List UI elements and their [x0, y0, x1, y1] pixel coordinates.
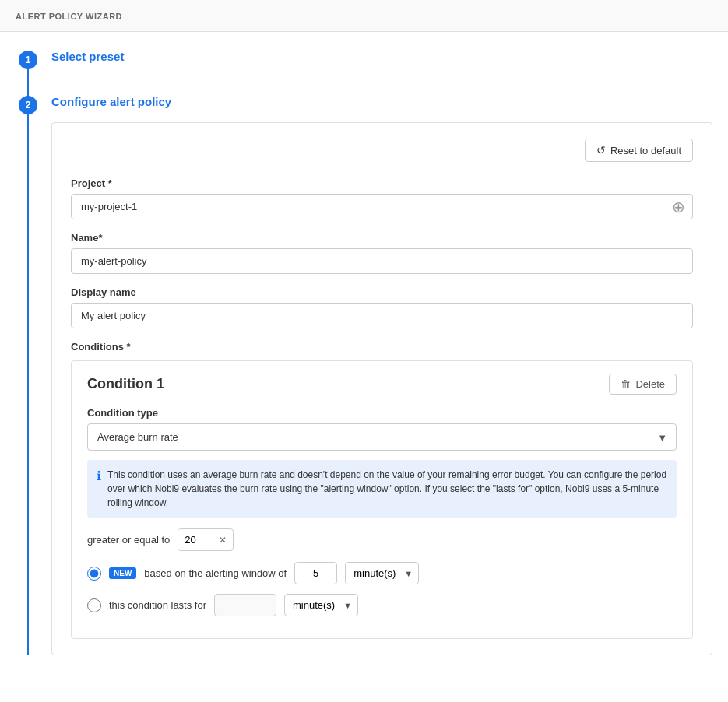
condition-1-header: Condition 1 🗑 Delete — [87, 374, 677, 395]
project-field-group: Project * ⊕ — [71, 177, 693, 219]
condition-type-group: Condition type Average burn rate Budget … — [87, 407, 677, 451]
step-2-circle: 2 — [19, 96, 37, 114]
project-label: Project * — [71, 177, 693, 189]
condition-info-box: ℹ This condition uses an average burn ra… — [87, 460, 677, 518]
condition-type-select[interactable]: Average burn rate Budget drop Burn rate — [87, 423, 677, 451]
alerting-window-text: based on the alerting window of — [144, 567, 287, 579]
condition-1-title: Condition 1 — [87, 376, 164, 392]
new-badge: New — [109, 567, 136, 579]
info-circle-icon: ℹ — [97, 469, 101, 483]
condition-type-label: Condition type — [87, 407, 677, 419]
threshold-clear-icon[interactable]: ✕ — [213, 532, 233, 549]
reset-to-default-button[interactable]: ↺ Reset to default — [585, 139, 693, 162]
reset-icon: ↺ — [596, 144, 606, 156]
lasts-for-input[interactable] — [214, 594, 276, 616]
window-value-input[interactable] — [294, 562, 337, 584]
trash-icon: 🗑 — [621, 378, 631, 390]
conditions-section: Conditions * Condition 1 🗑 Delete Condit… — [71, 341, 693, 639]
page-header: ALERT POLICY WIZARD — [0, 0, 728, 32]
step-1-circle: 1 — [19, 51, 37, 69]
lasts-for-radio-row: this condition lasts for minute(s) hour(… — [87, 594, 677, 616]
delete-condition-button[interactable]: 🗑 Delete — [609, 374, 677, 395]
reset-bar: ↺ Reset to default — [71, 139, 693, 162]
lasts-for-radio[interactable] — [87, 598, 101, 612]
configure-policy-panel: ↺ Reset to default Project * ⊕ Name* Dis… — [51, 122, 712, 655]
display-name-label: Display name — [71, 286, 693, 298]
threshold-value-input[interactable] — [178, 529, 213, 550]
window-unit-select[interactable]: minute(s) hour(s) day(s) — [345, 562, 419, 584]
condition-1-box: Condition 1 🗑 Delete Condition type Aver… — [71, 360, 693, 639]
add-project-icon[interactable]: ⊕ — [672, 199, 685, 215]
display-name-field-group: Display name — [71, 286, 693, 328]
name-field-group: Name* — [71, 232, 693, 274]
threshold-row: greater or equal to ✕ — [87, 528, 677, 551]
name-label: Name* — [71, 232, 693, 244]
lasts-for-unit-select[interactable]: minute(s) hour(s) day(s) — [284, 594, 358, 616]
alerting-window-radio[interactable] — [87, 567, 101, 581]
alerting-window-radio-row: New based on the alerting window of minu… — [87, 562, 677, 584]
name-input[interactable] — [71, 248, 693, 274]
lasts-for-unit-select-wrapper: minute(s) hour(s) day(s) ▼ — [284, 594, 358, 616]
project-input[interactable] — [71, 194, 693, 219]
condition-info-text: This condition uses an average burn rate… — [107, 468, 667, 510]
window-unit-select-wrapper: minute(s) hour(s) day(s) ▼ — [345, 562, 419, 584]
conditions-label: Conditions * — [71, 341, 693, 353]
display-name-input[interactable] — [71, 303, 693, 328]
step-2-label[interactable]: Configure alert policy — [51, 93, 712, 111]
page-title: ALERT POLICY WIZARD — [16, 12, 122, 21]
lasts-for-text: this condition lasts for — [109, 599, 206, 611]
threshold-label: greater or equal to — [87, 534, 170, 546]
step-1-label[interactable]: Select preset — [51, 47, 712, 66]
